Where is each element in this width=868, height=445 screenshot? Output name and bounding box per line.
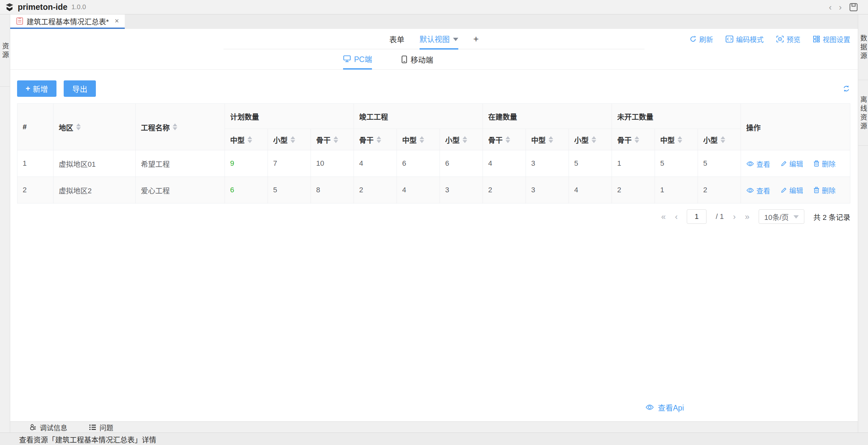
sub-column-header[interactable]: 中型 [397, 129, 440, 150]
export-button[interactable]: 导出 [64, 81, 96, 97]
last-page-icon[interactable]: » [745, 213, 749, 221]
sort-icon[interactable] [420, 136, 424, 143]
sub-column-header[interactable]: 中型 [526, 129, 569, 150]
sub-column-header-label: 小型 [574, 134, 589, 145]
cell-value: 5 [569, 150, 612, 177]
page-number-input[interactable] [687, 210, 707, 224]
cell-value: 5 [655, 150, 698, 177]
sub-column-header-label: 中型 [531, 134, 546, 145]
cell-region: 虚拟地区2 [54, 177, 135, 203]
refresh-icon [689, 35, 696, 43]
tab-mobile[interactable]: 移动端 [402, 49, 433, 70]
history-back-icon[interactable]: ‹ [829, 3, 832, 11]
prev-page-icon[interactable]: ‹ [675, 213, 678, 221]
sort-icon[interactable] [592, 136, 596, 143]
table-toolbar: + 新增 导出 [17, 81, 850, 97]
sub-column-header[interactable]: 小型 [698, 129, 741, 150]
editor-tab[interactable]: 建筑工程基本情况汇总表* × [10, 14, 125, 29]
sub-column-header[interactable]: 骨干 [354, 129, 397, 150]
sort-icon[interactable] [248, 136, 252, 143]
preview-eye-icon [776, 35, 784, 43]
sub-column-header[interactable]: 中型 [655, 129, 698, 150]
column-header-project[interactable]: 工程名称 [135, 104, 225, 150]
sort-icon[interactable] [76, 123, 81, 130]
sub-column-header[interactable]: 小型 [440, 129, 483, 150]
code-mode-button[interactable]: 编码模式 [725, 34, 764, 44]
sort-icon[interactable] [377, 136, 381, 143]
grid-layout-icon [813, 35, 820, 43]
app-title: primeton-ide [18, 2, 67, 12]
delete-link-label: 删除 [822, 159, 836, 168]
sub-column-header[interactable]: 小型 [268, 129, 311, 150]
sidebar-item-datasource[interactable]: 数据源 [858, 14, 868, 80]
next-page-icon[interactable]: › [733, 213, 736, 221]
column-header-region[interactable]: 地区 [54, 104, 135, 150]
page-size-select[interactable]: 10条/页 [759, 210, 804, 224]
list-icon [89, 424, 96, 430]
sort-icon[interactable] [549, 136, 553, 143]
history-forward-icon[interactable]: › [839, 3, 842, 11]
cell-value: 2 [354, 177, 397, 203]
device-tabs-row: PC端 移动端 [10, 49, 858, 70]
sort-icon[interactable] [678, 136, 682, 143]
cell-actions: 查看 编辑 删除 [741, 177, 850, 203]
preview-button[interactable]: 预览 [776, 34, 800, 44]
sort-icon[interactable] [634, 136, 639, 143]
column-header-project-label: 工程名称 [141, 122, 170, 132]
title-bar: primeton-ide 1.0.0 ‹ › [0, 0, 868, 14]
tab-default-view[interactable]: 默认视图 [420, 29, 458, 50]
edit-link[interactable]: 编辑 [781, 185, 803, 195]
cell-value: 2 [612, 177, 655, 203]
export-button-label: 导出 [72, 83, 87, 94]
cell-value: 5 [268, 177, 311, 203]
first-page-icon[interactable]: « [661, 213, 666, 221]
sub-column-header[interactable]: 中型 [225, 129, 268, 150]
cell-project: 爱心工程 [135, 177, 225, 203]
debug-info-button[interactable]: 调试信息 [29, 422, 67, 432]
app-logo-icon [5, 2, 14, 12]
sidebar-item-offline-resources[interactable]: 离线资源 [858, 80, 868, 146]
add-button[interactable]: + 新增 [17, 81, 57, 97]
delete-link[interactable]: 删除 [813, 159, 836, 168]
sub-column-header[interactable]: 骨干 [612, 129, 655, 150]
debug-info-label: 调试信息 [40, 422, 67, 432]
problems-button[interactable]: 问题 [89, 422, 113, 432]
sort-icon[interactable] [463, 136, 467, 143]
delete-link[interactable]: 删除 [813, 185, 836, 195]
tab-pc[interactable]: PC端 [343, 49, 372, 70]
view-api-label: 查看Api [658, 402, 684, 413]
refresh-button[interactable]: 刷新 [689, 34, 713, 44]
sort-icon[interactable] [505, 136, 510, 143]
page-size-value: 10条/页 [764, 211, 789, 222]
cell-value: 2 [483, 177, 526, 203]
sub-column-header[interactable]: 骨干 [483, 129, 526, 150]
edit-link-label: 编辑 [789, 159, 803, 168]
sidebar-item-resources[interactable]: 资源 [0, 14, 10, 87]
save-icon[interactable] [849, 3, 858, 12]
group-header-in-progress: 在建数量 [483, 104, 612, 129]
group-header-planned: 计划数量 [225, 104, 354, 129]
cell-value: 4 [397, 177, 440, 203]
tab-close-icon[interactable]: × [115, 17, 119, 25]
edit-link[interactable]: 编辑 [781, 159, 803, 168]
view-link[interactable]: 查看 [746, 159, 770, 169]
view-settings-button[interactable]: 视图设置 [813, 34, 850, 44]
table-row: 2 虚拟地区2 爱心工程 6 5 8 2 4 3 2 3 4 2 1 2 查看 … [18, 177, 850, 203]
sub-column-header[interactable]: 小型 [569, 129, 612, 150]
tab-pc-label: PC端 [354, 53, 372, 64]
sort-icon[interactable] [721, 136, 725, 143]
sync-icon[interactable] [842, 85, 850, 93]
add-view-button[interactable]: + [473, 34, 479, 44]
view-link[interactable]: 查看 [746, 185, 770, 195]
view-tabs-row: 表单 默认视图 + 刷新 [10, 29, 858, 49]
sub-column-header[interactable]: 骨干 [311, 129, 354, 150]
bottom-toolbar: 调试信息 问题 [10, 421, 858, 433]
tab-form[interactable]: 表单 [389, 29, 404, 49]
sort-icon[interactable] [173, 123, 177, 130]
sub-column-header-label: 骨干 [359, 134, 374, 145]
sort-icon[interactable] [334, 136, 338, 143]
sub-column-header-label: 小型 [703, 134, 718, 145]
app-version: 1.0.0 [71, 3, 86, 11]
view-api-link[interactable]: 查看Api [645, 402, 684, 413]
sort-icon[interactable] [290, 136, 295, 143]
